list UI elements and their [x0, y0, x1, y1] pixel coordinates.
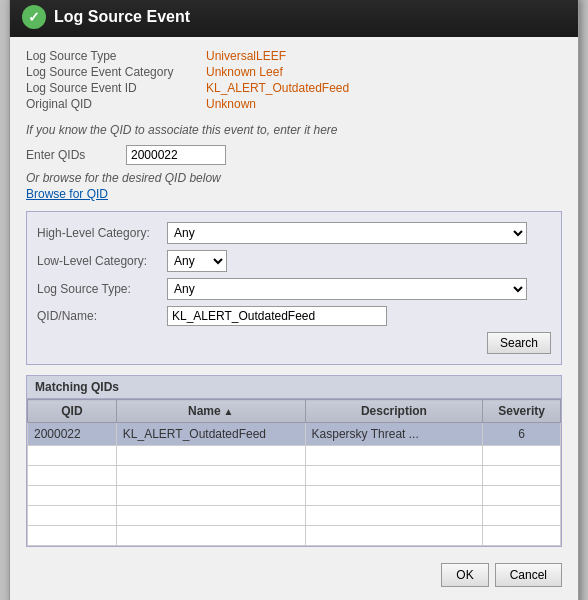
original-qid-label: Original QID [26, 97, 206, 111]
log-source-event-category-label: Log Source Event Category [26, 65, 206, 79]
log-source-type-label: Log Source Type [26, 49, 206, 63]
title-icon: ✓ [22, 5, 46, 29]
info-section: Log Source Type UniversalLEEF Log Source… [26, 49, 562, 111]
cell-qid: 2000022 [28, 423, 117, 446]
log-source-type-filter-label: Log Source Type: [37, 282, 167, 296]
col-header-name[interactable]: Name [116, 400, 305, 423]
log-source-type-value: UniversalLEEF [206, 49, 286, 63]
browse-note: Or browse for the desired QID below [26, 171, 562, 185]
qid-name-input[interactable] [167, 306, 387, 326]
matching-table-container: QID Name Description Severity 2000022 KL… [27, 399, 561, 546]
browse-filter-section: High-Level Category: Any Low-Level Categ… [26, 211, 562, 365]
matching-qids-section: Matching QIDs QID Name Description Sever… [26, 375, 562, 547]
ok-button[interactable]: OK [441, 563, 488, 587]
table-row[interactable]: 2000022 KL_ALERT_OutdatedFeed Kaspersky … [28, 423, 561, 446]
table-row-empty-4 [28, 506, 561, 526]
log-source-type-select[interactable]: Any [167, 278, 527, 300]
enter-qid-row: Enter QIDs [26, 145, 562, 165]
high-level-category-select[interactable]: Any [167, 222, 527, 244]
title-bar: ✓ Log Source Event [10, 0, 578, 37]
enter-qid-label: Enter QIDs [26, 148, 126, 162]
enter-qid-input[interactable] [126, 145, 226, 165]
col-header-qid: QID [28, 400, 117, 423]
dialog: ✓ Log Source Event Log Source Type Unive… [9, 0, 579, 600]
qid-name-label: QID/Name: [37, 309, 167, 323]
info-row-qid: Original QID Unknown [26, 97, 562, 111]
log-source-event-id-value: KL_ALERT_OutdatedFeed [206, 81, 349, 95]
matching-table: QID Name Description Severity 2000022 KL… [27, 399, 561, 546]
low-level-category-select[interactable]: Any [167, 250, 227, 272]
col-header-description: Description [305, 400, 483, 423]
table-row-empty-3 [28, 486, 561, 506]
table-row-empty-2 [28, 466, 561, 486]
association-note: If you know the QID to associate this ev… [26, 123, 562, 137]
table-row-empty-1 [28, 446, 561, 466]
cell-name: KL_ALERT_OutdatedFeed [116, 423, 305, 446]
log-source-event-category-value: Unknown Leef [206, 65, 283, 79]
log-source-event-id-label: Log Source Event ID [26, 81, 206, 95]
high-level-category-label: High-Level Category: [37, 226, 167, 240]
matching-qids-header: Matching QIDs [27, 376, 561, 399]
col-header-severity: Severity [483, 400, 561, 423]
qid-name-row: QID/Name: [37, 306, 551, 326]
log-source-type-row: Log Source Type: Any [37, 278, 551, 300]
table-row-empty-5 [28, 526, 561, 546]
dialog-title: Log Source Event [54, 8, 190, 26]
table-header-row: QID Name Description Severity [28, 400, 561, 423]
low-level-category-row: Low-Level Category: Any [37, 250, 551, 272]
cancel-button[interactable]: Cancel [495, 563, 562, 587]
dialog-content: Log Source Type UniversalLEEF Log Source… [10, 37, 578, 600]
cell-severity: 6 [483, 423, 561, 446]
original-qid-value: Unknown [206, 97, 256, 111]
low-level-category-label: Low-Level Category: [37, 254, 167, 268]
footer-row: OK Cancel [26, 557, 562, 591]
browse-for-qid-link[interactable]: Browse for QID [26, 187, 108, 201]
search-button[interactable]: Search [487, 332, 551, 354]
info-row-type: Log Source Type UniversalLEEF [26, 49, 562, 63]
info-row-event-id: Log Source Event ID KL_ALERT_OutdatedFee… [26, 81, 562, 95]
search-row: Search [37, 332, 551, 354]
high-level-category-row: High-Level Category: Any [37, 222, 551, 244]
cell-description: Kaspersky Threat ... [305, 423, 483, 446]
info-row-category: Log Source Event Category Unknown Leef [26, 65, 562, 79]
